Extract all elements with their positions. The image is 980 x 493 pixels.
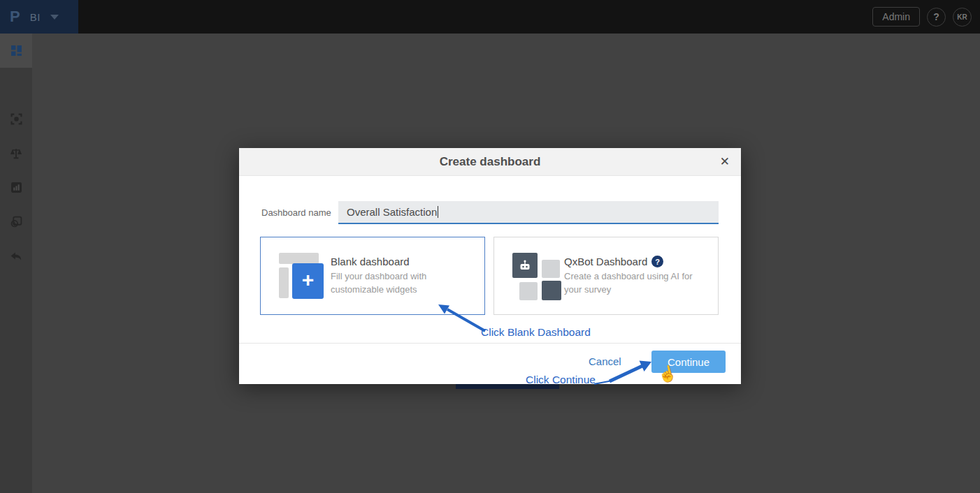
continue-button[interactable]: Continue (651, 351, 726, 373)
dashboard-name-value: Overall Satisfaction (347, 206, 437, 218)
annotation-click-blank-dashboard: Click Blank Dashboard (481, 326, 591, 339)
help-icon[interactable]: ? (927, 8, 946, 27)
blank-dashboard-card[interactable]: + Blank dashboard Fill your dashboard wi… (260, 237, 485, 315)
top-navigation-bar: P BI Admin ? KR (0, 0, 980, 34)
balance-scale-icon (10, 147, 22, 160)
modal-title: Create dashboard (440, 155, 541, 169)
avatar[interactable]: KR (953, 8, 972, 27)
blank-dashboard-plus-icon: + (279, 253, 325, 299)
qxbot-dashboard-title: QxBot Dashboard (564, 256, 647, 267)
admin-button[interactable]: Admin (872, 7, 920, 27)
dashboard-name-input[interactable]: Overall Satisfaction (338, 201, 719, 224)
qxbot-help-icon[interactable]: ? (651, 256, 663, 267)
blank-dashboard-title: Blank dashboard (331, 256, 453, 267)
qxbot-dashboard-card[interactable]: QxBot Dashboard ? Create a dashboard usi… (493, 237, 719, 315)
left-sidebar (0, 34, 32, 493)
bar-chart-icon (10, 182, 22, 193)
sidebar-item-back[interactable] (0, 239, 32, 273)
sidebar-item-reports[interactable] (0, 170, 32, 205)
footer-divider (239, 343, 741, 344)
brand-logo-icon: P (10, 8, 20, 26)
sidebar-item-dashboards[interactable] (0, 34, 32, 68)
dashboards-grid-icon (10, 45, 22, 57)
sidebar-item-scan[interactable] (0, 102, 32, 136)
blank-dashboard-description: Fill your dashboard with customizable wi… (331, 270, 453, 295)
topbar-actions: Admin ? KR (872, 0, 972, 34)
plus-icon: + (292, 263, 324, 299)
cancel-button[interactable]: Cancel (589, 355, 621, 367)
create-dashboard-modal: Create dashboard ✕ Dashboard name Overal… (239, 148, 741, 384)
qxbot-dashboard-description: Create a dashboard using AI for your sur… (564, 270, 712, 295)
chevron-down-icon (50, 15, 59, 20)
undo-arrow-icon (10, 250, 22, 263)
text-caret (438, 206, 438, 218)
sync-document-icon (10, 216, 22, 228)
qxbot-grid-icon (512, 253, 559, 299)
scan-focus-icon (10, 113, 22, 125)
product-name: BI (30, 11, 41, 23)
annotation-click-continue: Click Continue (526, 374, 596, 386)
bot-icon (518, 258, 532, 272)
sidebar-item-sync[interactable] (0, 205, 32, 239)
close-icon[interactable]: ✕ (720, 154, 730, 170)
modal-header: Create dashboard ✕ (239, 148, 741, 176)
sidebar-item-compare[interactable] (0, 136, 32, 170)
dashboard-name-label: Dashboard name (261, 207, 331, 218)
product-switcher[interactable]: P BI (0, 0, 78, 34)
